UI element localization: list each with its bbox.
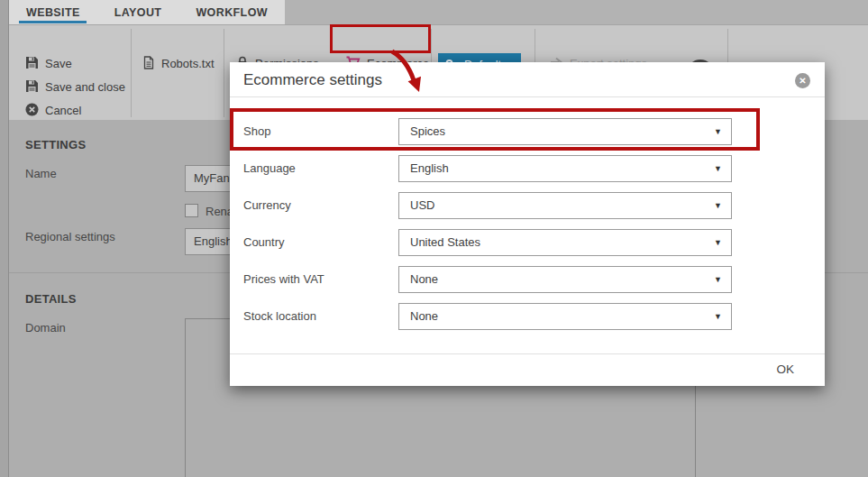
save-and-close-button[interactable]: Save and close	[25, 79, 125, 95]
floppy-icon	[25, 56, 39, 72]
tab-layout-label: LAYOUT	[114, 6, 162, 19]
tab-website[interactable]: WEBSITE	[9, 0, 97, 24]
stock-location-select[interactable]: None ▼	[398, 303, 732, 330]
chevron-down-icon: ▼	[714, 304, 722, 329]
save-button[interactable]: Save	[25, 56, 72, 71]
close-icon[interactable]: ✕	[795, 73, 810, 88]
country-label: Country	[243, 235, 285, 249]
group-separator	[131, 29, 132, 117]
tab-layout[interactable]: LAYOUT	[97, 0, 179, 24]
tab-bar: WEBSITE LAYOUT WORKFLOW	[9, 0, 868, 24]
ecommerce-settings-dialog: Ecommerce settings ✕ Shop Spices ▼ Langu…	[230, 62, 825, 386]
currency-select[interactable]: USD ▼	[398, 192, 732, 219]
document-icon	[142, 56, 155, 72]
dialog-footer-divider	[230, 353, 825, 354]
shop-label: Shop	[243, 124, 270, 138]
save-and-close-label: Save and close	[45, 80, 125, 94]
rename-checkbox[interactable]	[185, 204, 198, 217]
prices-with-vat-select-value: None	[410, 272, 438, 286]
cancel-label: Cancel	[45, 104, 81, 117]
chevron-down-icon: ▼	[714, 230, 722, 255]
application-window: WEBSITE LAYOUT WORKFLOW Save Save and cl…	[0, 0, 868, 477]
language-select-value: English	[410, 161, 449, 175]
chevron-down-icon: ▼	[714, 267, 722, 292]
tab-workflow-label: WORKFLOW	[196, 6, 268, 19]
tab-workflow[interactable]: WORKFLOW	[178, 0, 285, 24]
chevron-down-icon: ▼	[714, 156, 722, 181]
dialog-header-divider	[230, 96, 825, 97]
cancel-x-icon	[25, 103, 39, 119]
language-select[interactable]: English ▼	[398, 155, 732, 182]
left-edge-strip	[0, 0, 9, 477]
prices-with-vat-label: Prices with VAT	[243, 272, 324, 286]
stock-location-label: Stock location	[243, 309, 316, 323]
country-select-value: United States	[410, 235, 480, 249]
tab-website-label: WEBSITE	[26, 6, 80, 19]
chevron-down-icon: ▼	[714, 119, 722, 144]
cancel-button[interactable]: Cancel	[25, 103, 81, 118]
ok-button[interactable]: OK	[776, 362, 794, 376]
country-select[interactable]: United States ▼	[398, 229, 732, 256]
prices-with-vat-select[interactable]: None ▼	[398, 266, 732, 293]
settings-section-heading: SETTINGS	[25, 138, 86, 151]
dialog-title: Ecommerce settings	[243, 71, 382, 89]
name-field-label: Name	[25, 167, 57, 180]
shop-select-value: Spices	[410, 124, 445, 138]
floppy-icon	[25, 79, 39, 96]
save-label: Save	[45, 57, 72, 70]
regional-settings-label: Regional settings	[25, 230, 115, 243]
stock-location-select-value: None	[410, 309, 438, 323]
shop-select[interactable]: Spices ▼	[398, 118, 732, 145]
chevron-down-icon: ▼	[714, 193, 722, 218]
currency-label: Currency	[243, 198, 291, 212]
group-separator	[224, 29, 224, 117]
domain-field-label: Domain	[25, 321, 66, 335]
robots-txt-label: Robots.txt	[161, 57, 215, 70]
robots-txt-button[interactable]: Robots.txt	[142, 56, 215, 71]
details-section-heading: DETAILS	[25, 292, 77, 306]
language-label: Language	[243, 161, 296, 175]
currency-select-value: USD	[410, 198, 434, 212]
